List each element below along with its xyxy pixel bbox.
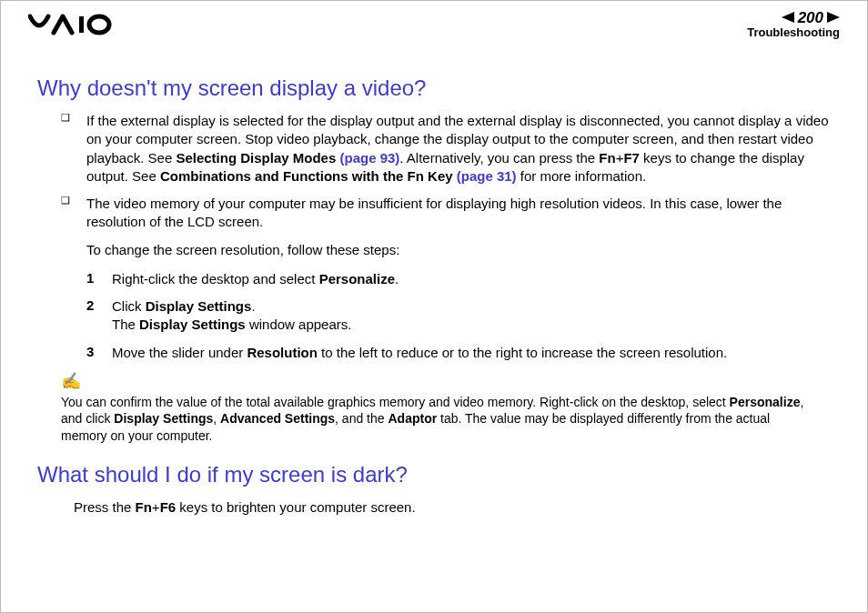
- bullet-icon: ❑: [61, 195, 86, 232]
- note-block: ✍ You can confirm the value of the total…: [61, 371, 807, 444]
- step-number: 1: [86, 270, 112, 288]
- heading-video: Why doesn't my screen display a video?: [37, 75, 831, 101]
- svg-marker-3: [827, 12, 840, 23]
- step-text: Move the slider under Resolution to the …: [112, 344, 831, 362]
- step-number: 2: [86, 297, 112, 335]
- step-number: 3: [86, 344, 112, 362]
- vaio-logo: [28, 13, 137, 36]
- prev-page-icon[interactable]: [782, 10, 794, 27]
- heading-dark: What should I do if my screen is dark?: [37, 462, 831, 487]
- link-page-31[interactable]: (page 31): [457, 168, 517, 184]
- svg-point-1: [89, 16, 109, 33]
- bullet-icon: ❑: [61, 112, 86, 186]
- page-number: 200: [798, 10, 823, 27]
- step-text: Click Display Settings.The Display Setti…: [112, 297, 831, 335]
- paragraph: Press the Fn+F6 keys to brighten your co…: [74, 498, 831, 517]
- page-nav: 200 Troubleshooting: [747, 10, 840, 40]
- steps-intro: To change the screen resolution, follow …: [86, 241, 831, 259]
- svg-marker-2: [782, 12, 794, 23]
- link-page-93[interactable]: (page 93): [339, 150, 399, 166]
- next-page-icon[interactable]: [827, 10, 840, 27]
- svg-rect-0: [79, 16, 84, 33]
- bullet-text: If the external display is selected for …: [86, 112, 831, 186]
- note-icon: ✍: [61, 371, 81, 392]
- step-text: Right-click the desktop and select Perso…: [112, 270, 831, 288]
- bullet-text: The video memory of your computer may be…: [86, 195, 831, 232]
- section-title: Troubleshooting: [747, 26, 840, 39]
